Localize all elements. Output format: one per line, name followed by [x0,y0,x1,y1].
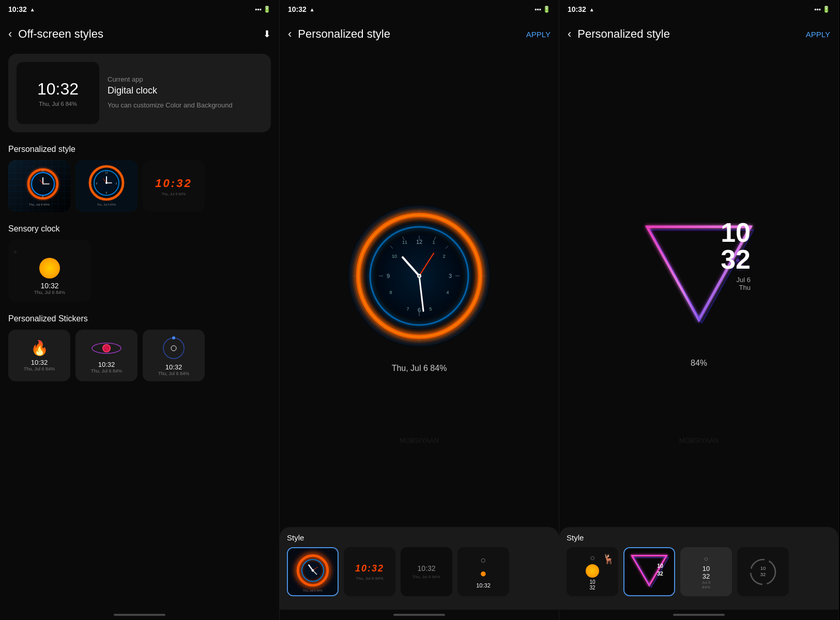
triangle-hour: 10 [721,219,751,246]
svg-point-20 [105,182,108,184]
svg-point-28 [163,338,184,359]
back-button-1[interactable]: ‹ [8,27,12,41]
animal-icon: 🦌 [603,553,614,565]
alert-icon-3: ▲ [589,7,594,12]
back-button-2[interactable]: ‹ [288,27,292,41]
shelf-item-3-3[interactable]: ○ 10 32 Jul 6 84% [680,547,732,596]
current-app-info: Current app Digital clock You can custom… [108,75,233,111]
svg-text:7: 7 [406,306,409,312]
shelf-item-2-3[interactable]: 10:32 Thu, Jul 6 84% [401,547,452,596]
shelf-item-3-2[interactable]: 10 32 [623,547,675,596]
bottom-pill-3 [673,614,725,616]
svg-point-72 [312,569,314,572]
triangle-time-overlay: 10 32 Jul 6 Thu [721,219,751,291]
triangle-date: Jul 6 [721,276,751,284]
sticker-grid: 🔥 10:32 Thu, Jul 6 84% 10:32 Thu, Jul 6 … [8,330,271,381]
svg-text:3: 3 [116,182,117,185]
svg-text:12: 12 [416,239,422,245]
flame-icon: 🔥 [30,339,49,357]
shelf-item-2-2[interactable]: 10:32 Thu, Jul 6 84% [344,547,395,596]
shelf-item-3-4[interactable]: 10 32 [737,547,789,596]
bottom-pill-1 [114,614,165,616]
shelf-item-2-4[interactable]: ○ ● 10:32 [457,547,509,596]
svg-text:Thu, Jul 6  84%: Thu, Jul 6 84% [97,203,116,206]
shelf-item-2-1[interactable]: Thu, Jul 6 84% [287,547,339,596]
panel-personalized-1: 10:32 ▲ ▪▪▪ 🔋 ‹ Personalized style APPLY [280,0,559,620]
preview-info-2: Thu, Jul 6 84% [392,364,447,373]
bottom-bar-3 [559,610,838,620]
svg-text:10:32: 10:32 [155,177,192,190]
alert-icon-2: ▲ [310,7,315,12]
style-thumb-2[interactable]: 12 6 3 9 Thu, Jul 6 84% [75,160,138,212]
style-thumb-3[interactable]: 10:32 Thu, Jul 6 84% [143,160,205,212]
status-time-1: 10:32 ▲ [8,5,35,13]
current-app-desc: You can customize Color and Background [108,100,233,111]
section-stickers: Personalized Stickers [8,314,271,323]
sticker-thumb-2[interactable]: 10:32 Thu, Jul 6 84% [75,330,138,381]
svg-text:12: 12 [105,171,108,174]
thumb1-svg: 12 6 Thu, Jul 6 84% [8,160,70,212]
neon-clock-svg: 12 3 6 9 2 10 1 11 4 8 5 7 [347,204,492,348]
svg-text:32: 32 [760,571,766,577]
svg-point-65 [418,275,420,277]
apply-button-3[interactable]: APPLY [806,30,830,39]
svg-text:3: 3 [449,273,452,279]
svg-text:2: 2 [442,254,445,259]
svg-text:32: 32 [657,570,663,577]
thumb3-svg: 10:32 Thu, Jul 6 84% [143,160,205,212]
svg-text:Thu, Jul 6  84%: Thu, Jul 6 84% [162,192,186,196]
sensory-grid: ○ 10:32 Thu, Jul 6 84% [8,240,271,302]
svg-text:8: 8 [389,290,392,295]
sticker-thumb-1[interactable]: 🔥 10:32 Thu, Jul 6 84% [8,330,70,381]
shelf-label-2: Style [287,533,552,542]
style-shelf-2: Style Thu, Jul 6 84% 10:32 [280,527,559,610]
shelf-item-3-1[interactable]: ○ 🦌 10 32 [567,547,618,596]
neon-clock: 12 3 6 9 2 10 1 11 4 8 5 7 [347,204,492,348]
download-icon-1[interactable]: ⬇ [263,28,271,40]
planet-svg [91,338,122,359]
page-title-1: Off-screen styles [18,27,257,41]
alert-icon-1: ▲ [30,7,35,12]
svg-text:Thu, Jul 6  84%: Thu, Jul 6 84% [29,203,50,206]
personalized-style-grid: 12 6 Thu, Jul 6 84% [8,160,271,212]
header-2: ‹ Personalized style APPLY [280,19,559,50]
thumb2-svg: 12 6 3 9 Thu, Jul 6 84% [75,160,138,212]
triangle-minute: 32 [721,246,751,273]
svg-text:6: 6 [106,191,108,194]
svg-text:5: 5 [429,306,432,312]
preview-time: 10:32 [37,80,79,99]
triangle-day: Thu [721,284,751,291]
back-button-3[interactable]: ‹ [568,27,571,41]
style-shelf-3: Style ○ 🦌 10 32 10 32 [559,527,838,610]
status-bar-2: 10:32 ▲ ▪▪▪ 🔋 [280,0,559,19]
sensory-time: 10:32 [40,282,58,290]
header-1: ‹ Off-screen styles ⬇ [0,19,279,50]
apply-button-2[interactable]: APPLY [526,30,551,39]
bottom-bar-2 [280,610,559,620]
svg-text:12: 12 [41,169,44,172]
svg-text:6: 6 [418,307,421,313]
current-app-card[interactable]: 10:32 Thu, Jul 6 84% Current app Digital… [8,54,271,132]
battery-icon-2: ▪▪▪ 🔋 [534,6,551,13]
svg-text:9: 9 [96,182,98,185]
sticker-thumb-3[interactable]: 10:32 Thu, Jul 6 84% [143,330,205,381]
bottom-bar-1 [0,610,279,620]
sun-ball [39,258,60,278]
svg-point-30 [171,346,176,351]
header-3: ‹ Personalized style APPLY [559,19,838,50]
preview-main-3: 10 32 Jul 6 Thu 84% MOBSIYAAN [559,50,838,527]
watermark-3: MOBSIYAAN [679,437,719,444]
preview-main-2: 12 3 6 9 2 10 1 11 4 8 5 7 [280,50,559,527]
preview-info-3: 84% [691,359,707,368]
svg-text:11: 11 [402,240,407,245]
sensory-thumb[interactable]: ○ 10:32 Thu, Jul 6 84% [8,240,91,302]
style-thumb-1[interactable]: 12 6 Thu, Jul 6 84% [8,160,70,212]
preview-date: Thu, Jul 6 84% [39,101,77,107]
svg-point-29 [172,336,175,339]
svg-text:10: 10 [760,565,766,570]
battery-icon-1: ▪▪▪ 🔋 [255,6,271,13]
current-app-label: Current app [108,75,233,83]
status-bar-1: 10:32 ▲ ▪▪▪ 🔋 [0,0,279,19]
battery-icon-3: ▪▪▪ 🔋 [814,6,830,13]
shelf-items-3: ○ 🦌 10 32 10 32 ○ [567,547,831,596]
